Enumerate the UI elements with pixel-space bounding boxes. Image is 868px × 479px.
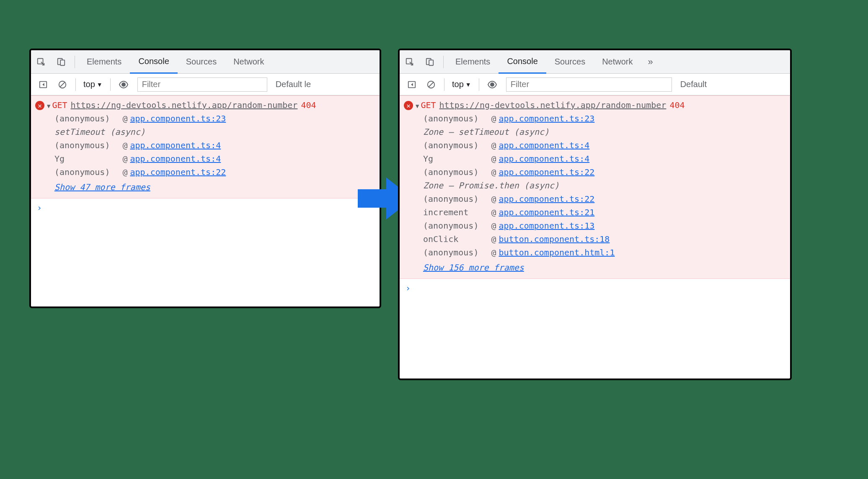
stack-frame-function: Yg [54, 154, 110, 164]
devtools-toolbar: Elements Console Sources Network [31, 50, 380, 74]
disclosure-triangle-icon[interactable]: ▼ [416, 103, 419, 109]
stack-frame-function: (anonymous) [423, 247, 478, 258]
device-toggle-icon[interactable] [54, 54, 69, 70]
source-link[interactable]: app.component.ts:21 [499, 207, 595, 217]
stack-frame-source: @app.component.ts:4 [491, 154, 784, 164]
stack-frame-source: @app.component.ts:23 [122, 113, 374, 124]
svg-line-12 [429, 82, 434, 87]
svg-rect-9 [429, 60, 433, 65]
eye-icon[interactable] [116, 77, 131, 92]
separator [479, 78, 479, 91]
source-link[interactable]: app.component.ts:4 [499, 154, 590, 164]
http-status: 404 [669, 100, 685, 110]
context-label: top [452, 80, 464, 89]
source-link[interactable]: app.component.ts:23 [499, 113, 595, 124]
stack-frame-function: (anonymous) [423, 140, 478, 150]
stack-frame-function: (anonymous) [423, 167, 478, 177]
clear-console-icon[interactable] [424, 77, 438, 92]
error-icon: ✕ [35, 101, 44, 110]
source-link[interactable]: button.component.ts:18 [499, 234, 610, 244]
error-message: ✕ ▼ GET https://ng-devtools.netlify.app/… [400, 95, 790, 279]
stack-frame-function: increment [423, 207, 478, 217]
stack-frame-source: @app.component.ts:4 [122, 140, 374, 150]
source-link[interactable]: app.component.ts:23 [130, 113, 226, 124]
console-output: ✕ ▼ GET https://ng-devtools.netlify.app/… [31, 95, 380, 217]
tab-console[interactable]: Console [130, 50, 177, 74]
http-method: GET [52, 100, 67, 110]
stack-frame-source: @app.component.ts:22 [122, 167, 374, 177]
chevron-down-icon: ▼ [465, 81, 471, 88]
filter-input[interactable] [506, 77, 672, 92]
stack-frame-source: @button.component.ts:18 [491, 234, 784, 244]
filter-input[interactable] [137, 77, 267, 92]
disclosure-triangle-icon[interactable]: ▼ [47, 103, 50, 109]
stack-frame-function: (anonymous) [54, 167, 110, 177]
separator [75, 78, 76, 91]
error-url[interactable]: https://ng-devtools.netlify.app/random-n… [71, 100, 298, 110]
stack-frame-source: @app.component.ts:4 [491, 140, 784, 150]
error-icon: ✕ [404, 101, 413, 110]
source-link[interactable]: app.component.ts:22 [130, 167, 226, 177]
source-link[interactable]: button.component.html:1 [499, 247, 615, 258]
stack-frame-source: @app.component.ts:22 [491, 167, 784, 177]
tab-elements[interactable]: Elements [447, 50, 499, 74]
stack-frame-source: @app.component.ts:13 [491, 221, 784, 231]
sidebar-toggle-icon[interactable] [36, 77, 50, 92]
tab-network[interactable]: Network [225, 50, 272, 74]
source-link[interactable]: app.component.ts:4 [499, 140, 590, 150]
separator [110, 78, 111, 91]
tab-sources[interactable]: Sources [546, 50, 594, 74]
eye-icon[interactable] [485, 77, 499, 92]
svg-point-13 [491, 83, 494, 86]
tab-elements[interactable]: Elements [78, 50, 130, 74]
stack-frame-source: @button.component.html:1 [491, 247, 784, 258]
source-link[interactable]: app.component.ts:22 [499, 194, 595, 204]
context-selector[interactable]: top ▼ [452, 80, 471, 89]
devtools-panel-before: Elements Console Sources Network top ▼ D… [29, 49, 381, 308]
http-status: 404 [301, 100, 316, 110]
stack-frame-function: onClick [423, 234, 478, 244]
show-more-frames[interactable]: Show 156 more frames [400, 259, 790, 274]
console-subbar: top ▼ Default [400, 74, 790, 95]
separator [444, 78, 444, 91]
stack-frame-function: setTimeout (async) [54, 127, 374, 137]
stack-frame-function: (anonymous) [423, 194, 478, 204]
clear-console-icon[interactable] [55, 77, 70, 92]
svg-point-6 [122, 83, 125, 86]
stack-frame-function: (anonymous) [423, 221, 478, 231]
devtools-panel-after: Elements Console Sources Network » top ▼… [398, 49, 792, 380]
error-message: ✕ ▼ GET https://ng-devtools.netlify.app/… [31, 95, 380, 198]
context-selector[interactable]: top ▼ [83, 80, 103, 89]
console-prompt[interactable]: › [400, 279, 790, 297]
log-levels-label[interactable]: Default [680, 80, 707, 89]
context-label: top [83, 80, 95, 89]
stack-frame-function: Zone – setTimeout (async) [423, 127, 784, 137]
log-levels-label[interactable]: Default le [276, 80, 311, 89]
stack-frame-source: @app.component.ts:22 [491, 194, 784, 204]
stack-frame-source: @app.component.ts:23 [491, 113, 784, 124]
source-link[interactable]: app.component.ts:4 [130, 140, 221, 150]
source-link[interactable]: app.component.ts:13 [499, 221, 595, 231]
console-output: ✕ ▼ GET https://ng-devtools.netlify.app/… [400, 95, 790, 297]
source-link[interactable]: app.component.ts:22 [499, 167, 595, 177]
overflow-menu-icon[interactable]: » [641, 57, 660, 67]
stack-frame-source: @app.component.ts:4 [122, 154, 374, 164]
stack-frame-function: (anonymous) [54, 113, 110, 124]
device-toggle-icon[interactable] [422, 54, 437, 70]
chevron-down-icon: ▼ [97, 81, 103, 88]
source-link[interactable]: app.component.ts:4 [130, 154, 221, 164]
inspect-icon[interactable] [34, 54, 49, 70]
inspect-icon[interactable] [402, 54, 417, 70]
sidebar-toggle-icon[interactable] [405, 77, 419, 92]
console-prompt[interactable]: › [31, 198, 380, 217]
tab-network[interactable]: Network [594, 50, 641, 74]
svg-line-5 [60, 82, 65, 87]
console-subbar: top ▼ Default le [31, 74, 380, 95]
tab-console[interactable]: Console [499, 50, 546, 74]
show-more-frames[interactable]: Show 47 more frames [31, 179, 380, 194]
http-method: GET [421, 100, 436, 110]
tab-sources[interactable]: Sources [178, 50, 225, 74]
stack-frame-function: (anonymous) [54, 140, 110, 150]
error-url[interactable]: https://ng-devtools.netlify.app/random-n… [439, 100, 666, 110]
stack-frame-source: @app.component.ts:21 [491, 207, 784, 217]
